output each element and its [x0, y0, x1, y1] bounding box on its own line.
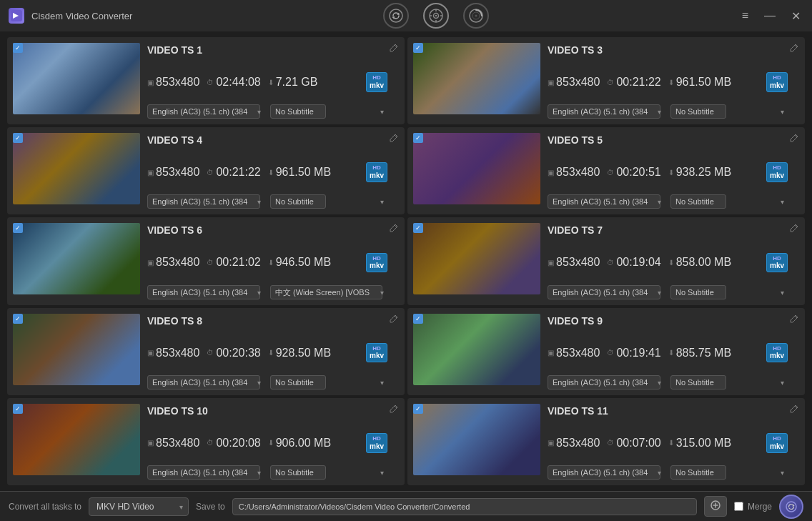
subtitle-select-6[interactable]: 中文 (Wide Screen) [VOBS — [270, 285, 382, 299]
audio-select-4[interactable]: English (AC3) (5.1 ch) (384 — [147, 194, 260, 209]
merge-checkbox[interactable] — [734, 502, 743, 511]
card-edit-icon-3[interactable] — [789, 43, 799, 55]
card-meta-left-8: ▣ 853x480 ⏱ 00:20:38 ⬇ 928.50 MB — [147, 347, 331, 359]
resolution-meta: ▣ 853x480 — [548, 256, 600, 269]
merge-label[interactable]: Merge — [748, 502, 772, 512]
subtitle-select-wrapper-9: No Subtitle — [670, 375, 788, 389]
resolution-icon: ▣ — [548, 259, 554, 267]
audio-select-11[interactable]: English (AC3) (5.1 ch) (384 — [548, 465, 660, 480]
card-meta-6: ▣ 853x480 ⏱ 00:21:02 ⬇ 946.50 MB HD mkv — [147, 253, 387, 273]
duration-meta: ⏱ 00:07:00 — [607, 437, 660, 450]
card-title-1: VIDEO TS 1 — [147, 44, 202, 56]
video-card-4: VIDEO TS 4 ▣ 853x480 ⏱ 00:21:2 — [7, 127, 405, 214]
card-checkbox-9[interactable] — [413, 314, 423, 324]
card-selects-3: English (AC3) (5.1 ch) (384 No Subtitle — [548, 104, 788, 119]
resolution-icon: ▣ — [147, 439, 154, 447]
audio-select-5[interactable]: English (AC3) (5.1 ch) (384 — [548, 194, 660, 209]
resolution-meta: ▣ 853x480 — [147, 76, 199, 89]
audio-select-3[interactable]: English (AC3) (5.1 ch) (384 — [548, 104, 660, 119]
menu-button[interactable]: ≡ — [739, 6, 751, 26]
card-edit-icon-7[interactable] — [789, 223, 799, 235]
audio-select-wrapper-10: English (AC3) (5.1 ch) (384 — [147, 465, 264, 480]
convert-all-label: Convert all tasks to — [9, 502, 81, 512]
subtitle-select-10[interactable]: No Subtitle — [270, 465, 326, 480]
subtitle-select-4[interactable]: No Subtitle — [270, 194, 326, 209]
card-meta-5: ▣ 853x480 ⏱ 00:20:51 ⬇ 938.25 MB HD mkv — [548, 162, 788, 182]
audio-select-8[interactable]: English (AC3) (5.1 ch) (384 — [147, 375, 260, 389]
subtitle-select-wrapper-10: No Subtitle — [270, 465, 387, 480]
subtitle-select-wrapper-4: No Subtitle — [270, 194, 387, 209]
subtitle-select-1[interactable]: No Subtitle — [270, 104, 326, 119]
resolution-icon: ▣ — [147, 169, 154, 177]
size-meta: ⬇ 885.75 MB — [668, 347, 731, 359]
card-selects-10: English (AC3) (5.1 ch) (384 No Subtitle — [147, 465, 387, 480]
convert-tab-icon[interactable] — [383, 3, 409, 29]
card-checkbox-4[interactable] — [13, 133, 23, 143]
card-thumbnail-7 — [413, 223, 540, 294]
subtitle-select-5[interactable]: No Subtitle — [670, 194, 726, 209]
clock-icon: ⏱ — [607, 439, 614, 447]
card-edit-icon-10[interactable] — [389, 404, 399, 416]
card-checkbox-7[interactable] — [413, 223, 423, 233]
window-controls: ≡ — ✕ — [739, 6, 803, 26]
subtitle-select-8[interactable]: No Subtitle — [270, 375, 326, 389]
video-card-11: VIDEO TS 11 ▣ 853x480 ⏱ 00:07: — [407, 398, 805, 485]
subtitle-select-11[interactable]: No Subtitle — [670, 465, 726, 480]
duration-value: 00:19:41 — [616, 347, 660, 359]
resolution-icon: ▣ — [147, 79, 154, 86]
svg-point-1 — [390, 9, 402, 22]
duration-meta: ⏱ 00:20:08 — [207, 437, 260, 450]
card-edit-icon-4[interactable] — [389, 133, 399, 145]
card-edit-icon-5[interactable] — [789, 133, 799, 145]
card-checkbox-8[interactable] — [13, 314, 23, 324]
subtitle-select-wrapper-7: No Subtitle — [670, 285, 788, 299]
duration-value: 00:20:38 — [216, 347, 260, 359]
download-icon: ⬇ — [268, 259, 274, 267]
start-convert-button[interactable] — [779, 495, 803, 519]
download-icon: ⬇ — [668, 259, 674, 267]
subtitle-select-9[interactable]: No Subtitle — [670, 375, 726, 389]
card-meta-left-9: ▣ 853x480 ⏱ 00:19:41 ⬇ 885.75 MB — [548, 347, 731, 359]
size-value: 906.00 MB — [276, 437, 331, 450]
card-info-7: VIDEO TS 7 ▣ 853x480 ⏱ 00:19:0 — [548, 223, 799, 299]
save-folder-button[interactable] — [704, 496, 727, 517]
close-button[interactable]: ✕ — [788, 6, 803, 26]
size-value: 961.50 MB — [276, 166, 331, 179]
card-meta-7: ▣ 853x480 ⏱ 00:19:04 ⬇ 858.00 MB HD mkv — [548, 253, 788, 273]
card-checkbox-1[interactable] — [13, 43, 23, 53]
resolution-meta: ▣ 853x480 — [548, 347, 600, 359]
media-tab-icon[interactable] — [423, 3, 449, 29]
video-card-8: VIDEO TS 8 ▣ 853x480 ⏱ 00:20:3 — [7, 308, 405, 395]
card-selects-11: English (AC3) (5.1 ch) (384 No Subtitle — [548, 465, 788, 480]
audio-select-1[interactable]: English (AC3) (5.1 ch) (384 — [147, 104, 260, 119]
card-checkbox-5[interactable] — [413, 133, 423, 143]
audio-select-7[interactable]: English (AC3) (5.1 ch) (384 — [548, 285, 660, 299]
card-info-11: VIDEO TS 11 ▣ 853x480 ⏱ 00:07: — [548, 404, 799, 480]
card-edit-icon-11[interactable] — [789, 404, 799, 416]
card-title-6: VIDEO TS 6 — [147, 224, 202, 236]
download-icon: ⬇ — [668, 439, 674, 447]
card-edit-icon-9[interactable] — [789, 314, 799, 326]
subtitle-select-3[interactable]: No Subtitle — [670, 104, 726, 119]
dvd-tab-icon[interactable] — [463, 3, 489, 29]
size-meta: ⬇ 315.00 MB — [668, 437, 731, 450]
size-value: 315.00 MB — [676, 437, 731, 450]
audio-select-10[interactable]: English (AC3) (5.1 ch) (384 — [147, 465, 260, 480]
resolution-meta: ▣ 853x480 — [147, 347, 199, 359]
card-checkbox-10[interactable] — [13, 404, 23, 414]
subtitle-select-wrapper-5: No Subtitle — [670, 194, 788, 209]
card-checkbox-11[interactable] — [413, 404, 423, 414]
card-checkbox-6[interactable] — [13, 223, 23, 233]
minimize-button[interactable]: — — [761, 6, 778, 26]
card-thumbnail-5 — [413, 133, 540, 204]
format-select[interactable]: MKV HD Video MP4 HD Video AVI — [89, 497, 189, 516]
audio-select-6[interactable]: English (AC3) (5.1 ch) (384 — [147, 285, 260, 299]
card-checkbox-3[interactable] — [413, 43, 423, 53]
subtitle-select-7[interactable]: No Subtitle — [670, 285, 726, 299]
download-icon: ⬇ — [268, 439, 274, 447]
audio-select-wrapper-11: English (AC3) (5.1 ch) (384 — [548, 465, 665, 480]
card-edit-icon-6[interactable] — [389, 223, 399, 235]
card-edit-icon-1[interactable] — [389, 43, 399, 55]
audio-select-9[interactable]: English (AC3) (5.1 ch) (384 — [548, 375, 660, 389]
card-edit-icon-8[interactable] — [389, 314, 399, 326]
